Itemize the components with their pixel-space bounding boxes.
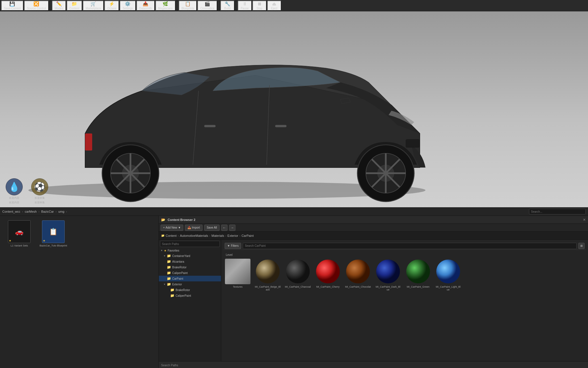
bp-icon-label-2b: 欢迎杯集 [35, 201, 45, 204]
main-viewport[interactable]: 💧 欢迎内容 欢迎内容 ⚽ 欢迎杯集 欢迎杯集 [0, 11, 588, 207]
material-thumb-cherry [315, 259, 341, 284]
toolbar-separator-2 [177, 2, 177, 10]
marketplace-icon: 🛒 [90, 1, 96, 7]
add-icon: + [163, 226, 165, 229]
octane-button[interactable]: ⚡ Octane [104, 1, 119, 11]
search-paths-input[interactable] [160, 241, 220, 247]
star-icon: ★ [164, 249, 167, 252]
blueprint-icon-2[interactable]: ⚽ 欢迎杯集 欢迎杯集 [31, 178, 48, 204]
content-button[interactable]: 📁 Content [67, 1, 82, 11]
octane-icon: ⚡ [109, 1, 115, 7]
content-browser-path: 📁 Content › AutomotiveMaterials › Materi… [159, 232, 588, 240]
folder-caliperpaint-1[interactable]: 📁 CaliperPaint [159, 270, 221, 276]
material-item-cherry[interactable]: MI_CarPaint_Cherry [314, 258, 342, 292]
marketplace-button[interactable]: 🛒 Marketplace [83, 1, 104, 11]
folder-icon-cp2: 📁 [170, 294, 174, 298]
content-browser-toolbar: + Add New ▼ 📤 Import Save All ← → [159, 224, 588, 232]
content-icon: 📁 [71, 1, 77, 7]
material-item-chocolat[interactable]: MI_CarPaint_Chocolat [344, 258, 372, 292]
breadcrumb-baziccar[interactable]: BazicCar [41, 210, 54, 213]
breadcrumb-carmesh[interactable]: carMesh [25, 210, 37, 213]
path-content[interactable]: Content [166, 234, 177, 237]
nav-forward-button[interactable]: → [229, 225, 235, 231]
build-button[interactable]: 🔧 Build [220, 1, 235, 11]
svg-rect-3 [204, 125, 216, 127]
material-item-light-blue[interactable]: MI_CarPaint_Light_Blue [434, 258, 462, 292]
cinematics-icon: 🎬 [205, 1, 210, 7]
settings-icon: ⚙️ [125, 1, 130, 7]
breadcrumb-umg[interactable]: umg [58, 210, 64, 213]
stop-button[interactable]: ⏹ Stop [252, 1, 267, 11]
content-grid: ▼ Filters ⊞ Level Textures [221, 240, 588, 361]
datasmith-button[interactable]: 📥 Datasmith [136, 1, 155, 11]
material-thumb-textures [225, 259, 250, 284]
material-thumb-light-blue [435, 259, 461, 284]
path-carpaint[interactable]: CarPaint [241, 234, 254, 237]
asset-star-1: ★ [9, 239, 11, 242]
nav-back-button[interactable]: ← [221, 225, 227, 231]
source-control-button[interactable]: 🔀 Source Control [24, 1, 49, 11]
path-automotive[interactable]: AutomotiveMaterials [180, 234, 208, 237]
bp-icon-label-2: 欢迎杯集 [35, 196, 45, 200]
modes-button[interactable]: ✏️ Modes [52, 1, 66, 11]
material-label-cherry: MI_CarPaint_Cherry [316, 285, 340, 288]
asset-label-variant: L1 Variant Sets [11, 244, 28, 247]
add-new-button[interactable]: + Add New ▼ [161, 225, 183, 231]
path-sep-4: › [239, 234, 241, 237]
asset-panel: 🚗 ★ L1 Variant Sets 📋 ★ BazicCar_Tuto Bl… [0, 216, 159, 368]
megascans-button[interactable]: 🌿 Megascans [155, 1, 176, 11]
favorites-header[interactable]: ▼ ★ Favorites [159, 248, 221, 253]
folder-caliperpaint-2[interactable]: 📁 CaliperPaint [159, 293, 221, 298]
content-browser: 📂 Content Browser 2 ✕ + Add New ▼ 📤 Impo… [159, 216, 588, 368]
filters-button[interactable]: ▼ Filters [225, 243, 241, 249]
folder-carpaint[interactable]: 📁 CarPaint [159, 276, 221, 281]
breadcrumb-sep-4: › [66, 210, 67, 213]
breadcrumb-search-input[interactable] [529, 209, 586, 214]
asset-item-baziccar[interactable]: 📋 ★ BazicCar_Tuto Blueprint [36, 218, 70, 249]
eject-icon: ⏏ [272, 1, 276, 7]
folder-exterior[interactable]: ▼ 📁 Exterior [159, 281, 221, 287]
blueprint-icons-container: 💧 欢迎内容 欢迎内容 ⚽ 欢迎杯集 欢迎杯集 [6, 178, 48, 204]
pause-button[interactable]: ⏸ Pause [238, 1, 252, 11]
folder-icon-al: 📁 [167, 260, 171, 264]
folder-icon-br1: 📁 [167, 265, 171, 269]
path-sep-1: › [178, 234, 179, 237]
asset-star-2: ★ [43, 239, 45, 242]
content-browser-close[interactable]: ✕ [583, 218, 586, 222]
content-browser-title: Content Browser 2 [168, 218, 195, 221]
folder-arrow-ext: ▼ [163, 283, 166, 286]
material-item-dark-blue[interactable]: MI_CarPaint_Dark_Blue [374, 258, 402, 292]
view-toggle-button[interactable]: ⊞ [578, 243, 585, 249]
settings-button[interactable]: ⚙️ Settings [120, 1, 136, 11]
folder-icon-cy: 📁 [167, 254, 171, 258]
path-exterior[interactable]: Exterior [227, 234, 238, 237]
search-paths-container [159, 240, 221, 248]
blueprints-button[interactable]: 📋 Blueprints [179, 1, 197, 11]
breadcrumb-content-wcc[interactable]: Content_wcc [2, 210, 20, 213]
bp-icon-label-1: 欢迎内容 [9, 196, 19, 200]
material-label-dark-blue: MI_CarPaint_Dark_Blue [375, 285, 401, 291]
material-item-beige-black[interactable]: MI_CarPaint_Beige_Black [254, 258, 282, 292]
folder-alcantara[interactable]: 📁 Alcantara [159, 259, 221, 264]
cinematics-button[interactable]: 🎬 Cinematics [197, 1, 217, 11]
asset-thumb-variant: 🚗 ★ [8, 220, 31, 243]
material-item-charcoal[interactable]: MI_CarPaint_Charcoal [284, 258, 312, 292]
save-all-button[interactable]: Save All [204, 225, 220, 231]
import-button[interactable]: 📤 Import [185, 225, 202, 231]
material-thumb-charcoal [285, 259, 311, 284]
folder-containeryward[interactable]: ▼ 📁 ContainerYard [159, 253, 221, 259]
path-materials[interactable]: Materials [212, 234, 224, 237]
car-render [0, 11, 588, 207]
svg-rect-20 [406, 139, 420, 148]
material-item-textures[interactable]: Textures [224, 258, 252, 292]
eject-button[interactable]: ⏏ Eject [267, 1, 281, 11]
bp-icon-label-1b: 欢迎内容 [9, 201, 19, 204]
blueprint-icon-1[interactable]: 💧 欢迎内容 欢迎内容 [6, 178, 23, 204]
asset-item-variant-sets[interactable]: 🚗 ★ L1 Variant Sets [2, 218, 36, 249]
folder-brakerotor-2[interactable]: 📁 BrakeRotor [159, 287, 221, 293]
folder-brakerotor-1[interactable]: 📁 BrakeRotor [159, 264, 221, 270]
save-current-button[interactable]: 💾 Save Current [1, 1, 24, 11]
svg-rect-4 [275, 125, 286, 127]
material-item-green[interactable]: MI_CarPaint_Green [404, 258, 432, 292]
search-carpaint-input[interactable] [243, 243, 577, 249]
